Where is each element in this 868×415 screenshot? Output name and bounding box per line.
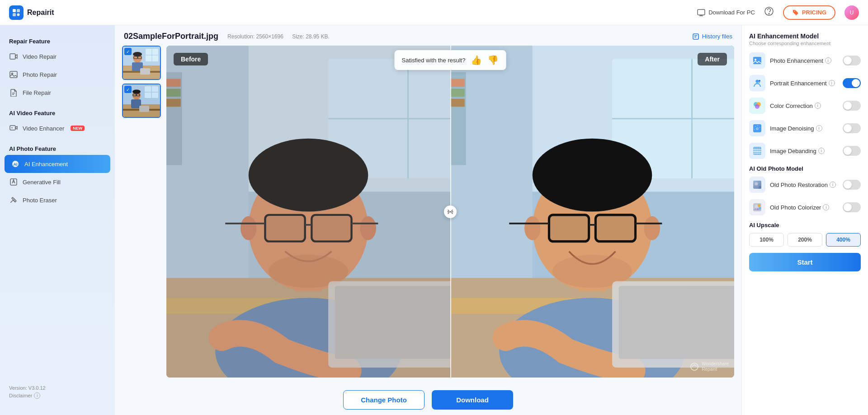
image-denoising-label: Image Denoising i xyxy=(770,125,838,132)
watermark: WondershareRepairit xyxy=(690,361,729,372)
svg-rect-1 xyxy=(17,9,20,12)
svg-point-117 xyxy=(755,205,758,208)
old-photo-restoration-info[interactable]: i xyxy=(830,182,836,188)
satisfied-text: Satisfied with the result? xyxy=(402,57,466,64)
video-enhancer-icon xyxy=(9,124,18,133)
photo-enhancement-info[interactable]: i xyxy=(825,57,831,64)
svg-point-40 xyxy=(132,90,141,94)
change-photo-button[interactable]: Change Photo xyxy=(343,390,425,410)
old-photo-restoration-label: Old Photo Restoration i xyxy=(770,182,838,188)
before-label: Before xyxy=(174,53,208,65)
sidebar-item-photo-eraser[interactable]: Photo Eraser xyxy=(0,191,115,209)
svg-point-118 xyxy=(758,204,760,207)
new-badge: NEW xyxy=(71,126,85,131)
thumbs-up-button[interactable]: 👍 xyxy=(471,55,482,65)
svg-point-119 xyxy=(759,207,761,210)
logo-icon xyxy=(9,5,24,20)
download-pc-button[interactable]: Download For PC xyxy=(697,8,755,17)
sidebar-item-video-repair[interactable]: Video Repair xyxy=(0,47,115,65)
main-preview: Before xyxy=(166,46,734,378)
disclaimer-info-icon[interactable]: i xyxy=(34,392,40,399)
old-photo-colorizer-info[interactable]: i xyxy=(823,204,829,210)
old-photo-restoration-toggle[interactable] xyxy=(843,180,861,190)
svg-point-97 xyxy=(691,363,698,370)
upscale-400-button[interactable]: 400% xyxy=(826,233,861,247)
color-correction-toggle[interactable] xyxy=(843,101,861,111)
sidebar-item-photo-repair[interactable]: Photo Repair xyxy=(0,65,115,84)
photo-enhancement-row: Photo Enhancement i xyxy=(749,52,861,69)
photo-enhancement-toggle[interactable] xyxy=(843,56,861,65)
svg-rect-89 xyxy=(595,215,635,242)
svg-rect-0 xyxy=(13,9,16,12)
sidebar-item-file-repair[interactable]: File Repair xyxy=(0,84,115,102)
image-debanding-toggle[interactable] xyxy=(843,146,861,156)
history-files-link[interactable]: History files xyxy=(692,33,732,40)
sidebar-item-photo-repair-label: Photo Repair xyxy=(23,71,57,78)
user-avatar[interactable]: U xyxy=(844,5,859,20)
download-button[interactable]: Download xyxy=(432,390,513,410)
thumbs-down-button[interactable]: 👎 xyxy=(487,55,499,65)
sidebar-item-generative-fill[interactable]: Generative Fill xyxy=(0,173,115,191)
ai-video-feature-title: AI Video Feature xyxy=(0,106,115,119)
video-repair-icon xyxy=(9,52,18,61)
thumbnail-2[interactable]: ✓ xyxy=(122,84,161,118)
image-debanding-label: Image Debanding i xyxy=(770,148,838,154)
old-photo-colorizer-label: Old Photo Colorizer i xyxy=(770,204,838,211)
old-photo-colorizer-row: Old Photo Colorizer i xyxy=(749,199,861,215)
old-photo-colorizer-toggle[interactable] xyxy=(843,202,861,212)
svg-point-26 xyxy=(133,52,142,56)
portrait-enhancement-icon xyxy=(749,75,765,91)
image-denoising-toggle[interactable] xyxy=(843,123,861,133)
svg-rect-95 xyxy=(619,286,734,359)
svg-rect-7 xyxy=(10,54,15,59)
color-correction-info[interactable]: i xyxy=(815,103,821,109)
disclaimer-link[interactable]: Disclaimer i xyxy=(9,392,106,399)
sidebar-item-ai-enhancement[interactable]: AI AI Enhancement xyxy=(5,155,110,173)
thumbnail-1[interactable]: ✓ xyxy=(122,46,161,80)
header: Repairit Download For PC PRICING U xyxy=(0,0,868,25)
sidebar-item-photo-eraser-label: Photo Eraser xyxy=(23,197,57,204)
support-icon[interactable] xyxy=(764,6,774,19)
divider-handle[interactable] xyxy=(444,205,457,218)
upscale-100-button[interactable]: 100% xyxy=(749,233,784,247)
svg-point-100 xyxy=(756,80,759,83)
svg-point-86 xyxy=(524,216,540,240)
svg-rect-115 xyxy=(759,186,761,189)
svg-rect-15 xyxy=(693,34,698,39)
bottom-actions: Change Photo Download xyxy=(115,385,741,415)
portrait-enhancement-toggle[interactable] xyxy=(843,78,861,88)
pricing-button[interactable]: PRICING xyxy=(783,5,835,20)
photo-enhancement-icon xyxy=(749,52,765,69)
svg-point-106 xyxy=(755,126,756,127)
upscale-200-button[interactable]: 200% xyxy=(788,233,822,247)
image-debanding-row: Image Debanding i xyxy=(749,143,861,159)
size-label: Size: 28.95 KB. xyxy=(292,33,330,40)
svg-point-114 xyxy=(755,182,758,186)
file-name: 02SampleForPortrait.jpg xyxy=(124,32,218,41)
start-button[interactable]: Start xyxy=(749,253,861,271)
svg-point-14 xyxy=(10,202,11,203)
svg-rect-2 xyxy=(13,13,16,16)
after-label: After xyxy=(698,53,727,65)
panel-title: AI Enhancement Model xyxy=(749,33,861,40)
svg-rect-78 xyxy=(450,89,465,97)
old-photo-model-title: AI Old Photo Model xyxy=(749,165,861,172)
resolution-label: Resolution: 2560×1696 xyxy=(227,33,283,40)
preview-area: ✓ xyxy=(115,46,741,385)
repair-feature-title: Repair Feature xyxy=(0,34,115,47)
version-label: Version: V3.0.12 xyxy=(9,385,106,391)
portrait-enhancement-info[interactable]: i xyxy=(829,80,835,86)
header-right: Download For PC PRICING U xyxy=(697,5,859,20)
svg-point-96 xyxy=(450,211,451,212)
image-denoising-info[interactable]: i xyxy=(816,125,822,131)
svg-point-87 xyxy=(644,216,660,240)
sidebar-item-video-enhancer[interactable]: Video Enhancer NEW xyxy=(0,119,115,137)
image-denoising-row: Image Denoising i xyxy=(749,120,861,136)
image-debanding-info[interactable]: i xyxy=(818,148,825,154)
ai-upscale-title: AI Upscale xyxy=(749,222,861,228)
color-correction-row: Color Correction i xyxy=(749,98,861,114)
upscale-options: 100% 200% 400% xyxy=(749,233,861,247)
history-files-label: History files xyxy=(702,33,732,40)
center-content: 02SampleForPortrait.jpg Resolution: 2560… xyxy=(115,25,741,415)
download-pc-label: Download For PC xyxy=(708,9,755,16)
